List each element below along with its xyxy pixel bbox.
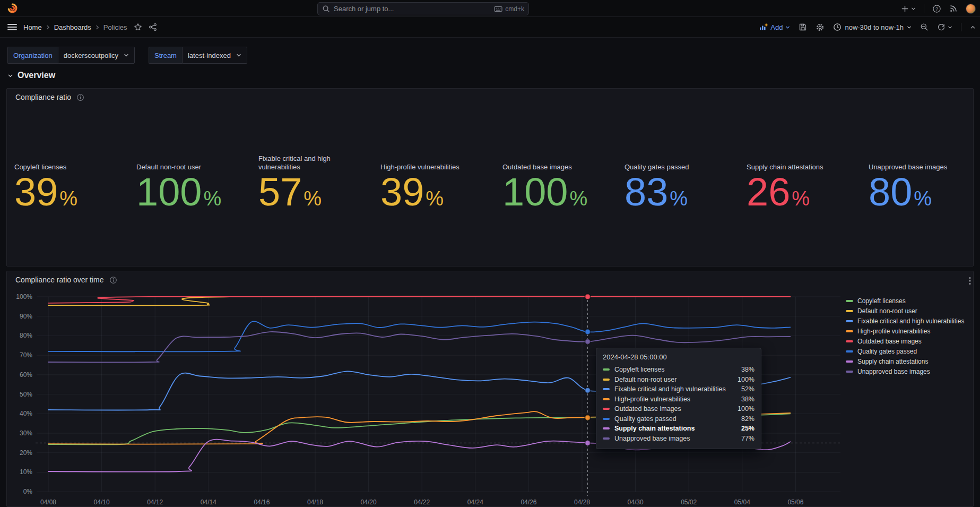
collapse-toolbar-icon[interactable] (970, 24, 976, 30)
legend-item-default-non-root-user[interactable]: Default non-root user (846, 306, 964, 316)
tooltip-series-value: 38% (741, 396, 754, 403)
y-axis-tick: 70% (8, 351, 32, 359)
breadcrumb-home[interactable]: Home (23, 23, 42, 31)
tooltip-row-copyleft-licenses: Copyleft licenses38% (603, 365, 754, 375)
tooltip-series-value: 82% (741, 415, 754, 423)
legend-item-copyleft-licenses[interactable]: Copyleft licenses (846, 296, 964, 306)
tooltip-series-value: 25% (741, 425, 754, 432)
breadcrumb-dashboards[interactable]: Dashboards (54, 23, 91, 31)
legend-swatch-icon (846, 371, 853, 373)
stat-value: 80% (869, 175, 960, 210)
breadcrumb: Home Dashboards Policies (23, 23, 127, 31)
x-axis-tick: 04/18 (299, 499, 331, 506)
x-axis-tick: 04/12 (139, 499, 171, 506)
refresh-button[interactable] (937, 23, 952, 31)
legend-item-quality-gates-passed[interactable]: Quality gates passed (846, 346, 964, 356)
stream-select[interactable]: latest-indexed (182, 47, 247, 64)
chevron-down-icon (124, 53, 129, 58)
tooltip-row-fixable-critical-and-high-vulnerabilities: Fixable critical and high vulnerabilitie… (603, 384, 754, 394)
y-axis-tick: 60% (8, 371, 32, 379)
legend-swatch-icon (846, 300, 853, 302)
save-dashboard-icon[interactable] (799, 23, 807, 31)
stat-high-profile-vulnerabilities: High-profile vulnerabilities39% (380, 148, 502, 210)
legend-item-high-profile-vulnerabilities[interactable]: High-profile vulnerabilities (846, 326, 964, 336)
x-axis-tick: 05/04 (726, 499, 758, 506)
legend-label: Default non-root user (857, 307, 917, 315)
row-overview[interactable]: Overview (7, 71, 55, 80)
legend-item-fixable-critical-and-high-vulnerabilities[interactable]: Fixable critical and high vulnerabilitie… (846, 316, 964, 326)
stat-value: 100% (136, 175, 246, 210)
x-axis-tick: 04/30 (620, 499, 652, 506)
tooltip-row-outdated-base-images: Outdated base images100% (603, 404, 754, 414)
series-line-outdated-base-images (48, 296, 790, 303)
favorite-star-icon[interactable] (134, 23, 142, 31)
help-icon[interactable]: ? (932, 4, 941, 13)
chevron-down-icon (236, 53, 241, 58)
zoom-out-icon[interactable] (920, 23, 929, 31)
y-axis-tick: 40% (8, 410, 32, 417)
chart-tooltip: 2024-04-28 05:00:00 Copyleft licenses38%… (596, 348, 761, 449)
stat-label: Copyleft licenses (14, 148, 124, 171)
tooltip-swatch-icon (603, 368, 610, 371)
legend-item-supply-chain-attestations[interactable]: Supply chain attestations (846, 356, 964, 366)
panel-compliance-ratio: Compliance ratio Copyleft licenses39%Def… (6, 88, 974, 267)
legend-item-outdated-base-images[interactable]: Outdated base images (846, 336, 964, 346)
panel-menu-icon[interactable] (969, 277, 971, 285)
stat-value: 39% (14, 175, 124, 210)
share-icon[interactable] (149, 23, 157, 31)
add-panel-button[interactable]: Add (759, 23, 790, 31)
tooltip-series-label: Copyleft licenses (614, 366, 736, 373)
organization-select[interactable]: dockerscoutpolicy (58, 47, 135, 64)
stat-quality-gates-passed: Quality gates passed83% (625, 148, 747, 210)
new-button[interactable] (901, 5, 916, 13)
info-icon[interactable] (109, 276, 117, 284)
tooltip-series-label: Default non-root user (614, 376, 732, 383)
tooltip-series-value: 52% (741, 385, 754, 393)
search-input[interactable] (334, 5, 494, 13)
y-axis-tick: 0% (8, 488, 32, 495)
chevron-down-icon (785, 25, 790, 30)
panel-title[interactable]: Compliance ratio (15, 93, 71, 101)
dashboard-settings-icon[interactable] (816, 23, 825, 32)
global-search[interactable]: cmd+k (317, 2, 529, 15)
panel-title[interactable]: Compliance ratio over time (15, 276, 104, 284)
legend-swatch-icon (846, 340, 853, 342)
tooltip-row-quality-gates-passed: Quality gates passed82% (603, 414, 754, 424)
legend-item-unapproved-base-images[interactable]: Unapproved base images (846, 366, 964, 376)
x-axis-tick: 04/08 (32, 499, 64, 506)
tooltip-series-label: Supply chain attestations (614, 425, 736, 432)
search-shortcut: cmd+k (494, 5, 524, 13)
stat-label: Default non-root user (136, 148, 246, 171)
hover-point-unapproved-base-images (585, 339, 591, 344)
tooltip-row-supply-chain-attestations: Supply chain attestations25% (603, 424, 754, 434)
menu-toggle-icon[interactable] (7, 22, 17, 32)
series-line-quality-gates-passed (48, 321, 790, 351)
chart-legend: Copyleft licensesDefault non-root userFi… (846, 296, 964, 376)
chevron-down-icon (911, 6, 916, 11)
info-icon[interactable] (76, 93, 84, 101)
legend-swatch-icon (846, 310, 853, 312)
x-axis-tick: 04/24 (459, 499, 491, 506)
plus-icon (901, 5, 909, 13)
panel-compliance-ratio-over-time: Compliance ratio over time Copyleft lice… (6, 271, 974, 507)
stat-label: High-profile vulnerabilities (380, 148, 490, 171)
y-axis-tick: 30% (8, 429, 32, 437)
user-avatar[interactable] (966, 4, 976, 14)
stat-label: Quality gates passed (625, 148, 734, 171)
time-range-picker[interactable]: now-30d to now-1h (833, 23, 912, 31)
y-axis-tick: 100% (8, 293, 32, 300)
hover-point-fixable-critical-and-high-vulnerabilities (585, 388, 591, 393)
tooltip-swatch-icon (603, 408, 610, 410)
news-rss-icon[interactable] (949, 4, 958, 13)
breadcrumb-policies: Policies (103, 23, 127, 31)
legend-label: Fixable critical and high vulnerabilitie… (857, 317, 964, 325)
section-title: Overview (18, 71, 55, 80)
grafana-logo-icon[interactable] (7, 3, 18, 14)
svg-text:?: ? (935, 6, 938, 11)
x-axis-tick: 04/16 (246, 499, 277, 506)
stat-value: 83% (625, 175, 734, 210)
legend-swatch-icon (846, 330, 853, 332)
hover-point-supply-chain-attestations (585, 440, 591, 445)
stat-unapproved-base-images: Unapproved base images80% (869, 148, 973, 210)
tooltip-swatch-icon (603, 427, 610, 429)
